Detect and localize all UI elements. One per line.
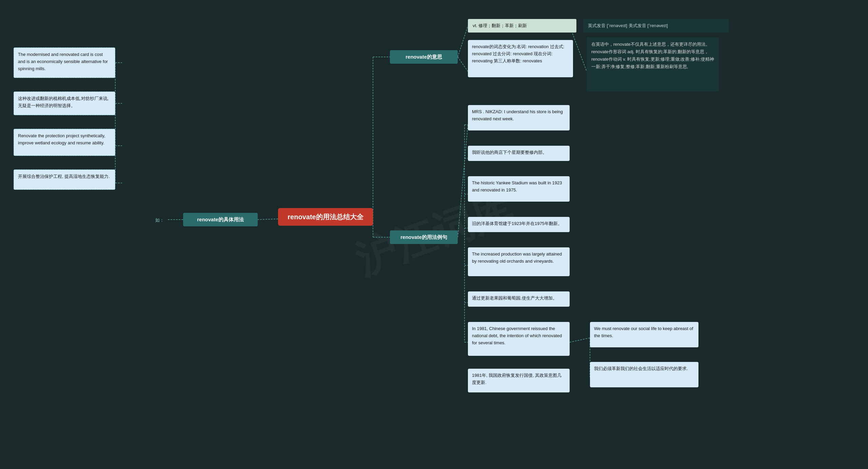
label-ru: 如：	[153, 216, 167, 225]
svg-line-12	[458, 57, 468, 72]
left-box-0: The modernised and renovated card is cos…	[14, 47, 115, 78]
example-3: 旧的洋基体育馆建于1923年并在1975年翻新。	[468, 217, 570, 232]
example-7: 1981年, 我国政府恢复发行国债, 其政策意图几度更新.	[468, 369, 570, 392]
example-1: 我听说他的商店下个星期要整修内部。	[468, 146, 570, 161]
example-0: MRS . NIKZAD: I understand his store is …	[468, 105, 570, 130]
far-right-1: 我们必须革新我们的社会生活以适应时代的要求.	[590, 362, 698, 387]
central-node: renovate的用法总结大全	[278, 208, 373, 226]
branch-examples: renovate的用法例句	[390, 230, 458, 244]
left-box-2: Renovate the protection project syntheti…	[14, 129, 115, 156]
svg-line-23	[570, 338, 590, 342]
far-right-0: We must renovate our social life to keep…	[590, 322, 698, 347]
left-box-1: 这种改进或翻新的梳棉机成本低,对纺纱厂来说,无疑是一种经济的明智选择。	[14, 91, 115, 115]
branch-meaning: renovate的意思	[390, 50, 458, 64]
vt-definition: vt. 修理；翻新；革新；刷新	[468, 19, 576, 33]
example-5: 通过更新老果园和葡萄园,使生产大大增加。	[468, 291, 570, 307]
pronunciation: 英式发音 [ˈrenəveɪt] 美式发音 [ˈrenəveɪt]	[583, 19, 729, 33]
word-forms: renovate的词态变化为:名词: renovation 过去式: renov…	[468, 40, 573, 77]
svg-line-0	[258, 219, 278, 220]
example-2: The historic Yankee Stadium was built in…	[468, 176, 570, 202]
svg-line-14	[458, 125, 468, 237]
left-box-3: 开展综合整治保护工程, 提高湿地生态恢复能力.	[14, 169, 115, 190]
example-6: In 1981, Chinese government reissued the…	[468, 322, 570, 356]
extended-meaning: 在英语中，renovate不仅具有上述意思，还有更详尽的用法。renovate作…	[587, 37, 719, 91]
branch-usage: renovate的具体用法	[183, 213, 258, 226]
example-4: The increased production was largely att…	[468, 247, 570, 276]
svg-line-11	[458, 26, 468, 57]
